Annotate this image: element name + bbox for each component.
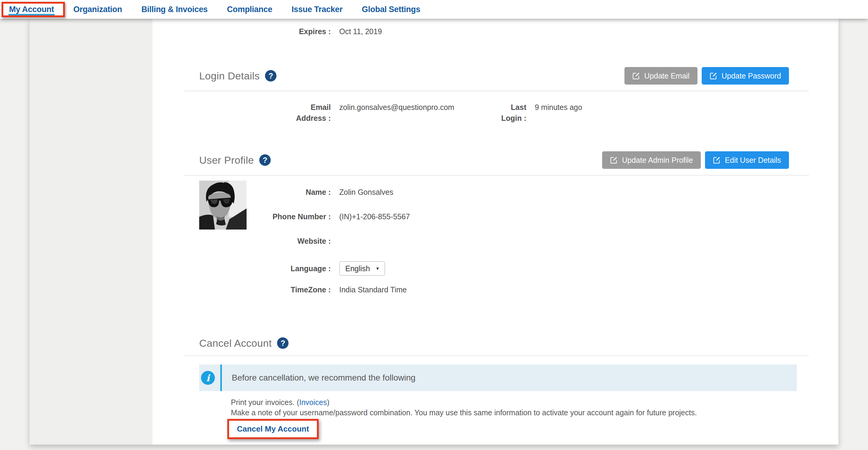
invoices-link[interactable]: Invoices — [299, 398, 327, 407]
login-details-buttons: Update Email Update Password — [624, 67, 789, 85]
update-admin-profile-button-label: Update Admin Profile — [622, 156, 693, 164]
tab-billing-invoices-label: Billing & Invoices — [141, 5, 208, 14]
login-details-fields: Email Address : zolin.gonsalves@question… — [199, 102, 809, 123]
update-password-button-label: Update Password — [722, 71, 781, 80]
timezone-row: TimeZone : India Standard Time — [199, 286, 809, 294]
cancel-account-section: Cancel Account ? i Before cancellation, … — [199, 336, 809, 439]
edit-user-details-button-label: Edit User Details — [725, 156, 781, 164]
active-tab-underline — [8, 14, 55, 16]
email-address-value: zolin.gonsalves@questionpro.com — [339, 102, 482, 113]
tab-billing-invoices[interactable]: Billing & Invoices — [141, 0, 208, 19]
user-profile-section: User Profile ? Update Admin Profile Edit… — [199, 151, 809, 294]
invoices-line-pre: Print your invoices. ( — [231, 398, 299, 407]
user-profile-header: User Profile ? Update Admin Profile Edit… — [199, 151, 809, 169]
website-row: Website : — [199, 237, 809, 245]
account-settings-card: Expires : Oct 11, 2019 Login Details ? U… — [30, 19, 838, 445]
cancellation-recommendations: Print your invoices. (Invoices) Make a n… — [231, 397, 809, 418]
invoices-line-post: ) — [327, 398, 329, 407]
annotation-box-cancel-my-account: Cancel My Account — [227, 419, 319, 439]
edit-icon — [610, 156, 618, 164]
callout-title: Before cancellation, we recommend the fo… — [232, 373, 415, 383]
tab-my-account[interactable]: My Account — [9, 0, 54, 19]
settings-sidebar — [30, 19, 152, 445]
edit-icon — [710, 72, 717, 80]
expires-value: Oct 11, 2019 — [339, 26, 809, 37]
tab-compliance-label: Compliance — [227, 5, 272, 14]
login-details-help-icon[interactable]: ? — [265, 70, 276, 82]
login-details-section: Login Details ? Update Email Update Pass… — [199, 67, 809, 123]
language-dropdown[interactable]: English ▼ — [339, 261, 385, 276]
timezone-label: TimeZone : — [199, 286, 331, 294]
cancel-account-title: Cancel Account — [199, 337, 272, 349]
tab-compliance[interactable]: Compliance — [227, 0, 272, 19]
expires-row: Expires : Oct 11, 2019 — [199, 26, 809, 37]
tab-organization-label: Organization — [73, 5, 122, 14]
info-icon: i — [201, 371, 215, 385]
invoices-line: Print your invoices. (Invoices) — [231, 397, 809, 408]
name-value: Zolin Gonsalves — [339, 188, 809, 197]
cancel-my-account-link[interactable]: Cancel My Account — [237, 424, 309, 433]
section-divider — [184, 355, 809, 356]
update-password-button[interactable]: Update Password — [702, 67, 789, 85]
tab-global-settings-label: Global Settings — [362, 5, 421, 14]
language-dropdown-value: English — [345, 264, 370, 273]
update-admin-profile-button[interactable]: Update Admin Profile — [602, 151, 701, 169]
login-details-title: Login Details — [199, 70, 259, 82]
name-row: Name : Zolin Gonsalves — [199, 188, 809, 197]
language-label: Language : — [199, 264, 331, 273]
website-label: Website : — [199, 237, 331, 245]
edit-icon — [713, 156, 721, 164]
edit-icon — [632, 72, 640, 80]
profile-photo — [199, 181, 247, 230]
user-profile-body: Name : Zolin Gonsalves Phone Number : (I… — [199, 176, 809, 294]
note-line: Make a note of your username/password co… — [231, 408, 809, 418]
tab-issue-tracker-label: Issue Tracker — [291, 5, 343, 14]
phone-value: (IN)+1-206-855-5567 — [339, 212, 809, 221]
section-divider — [184, 91, 809, 91]
cancellation-callout: i Before cancellation, we recommend the … — [199, 364, 797, 391]
language-row: Language : English ▼ — [199, 261, 809, 276]
tab-my-account-label: My Account — [9, 5, 54, 14]
cancel-account-help-icon[interactable]: ? — [277, 337, 288, 349]
cancel-account-header: Cancel Account ? — [199, 336, 809, 350]
user-profile-help-icon[interactable]: ? — [259, 154, 271, 166]
chevron-down-icon: ▼ — [375, 266, 380, 271]
expires-label: Expires : — [199, 26, 331, 37]
account-settings-content: Expires : Oct 11, 2019 Login Details ? U… — [152, 19, 838, 445]
user-profile-title: User Profile — [199, 154, 254, 166]
update-email-button[interactable]: Update Email — [624, 67, 698, 85]
user-profile-buttons: Update Admin Profile Edit User Details — [602, 151, 789, 169]
update-email-button-label: Update Email — [644, 71, 690, 80]
timezone-value: India Standard Time — [339, 286, 809, 294]
login-details-header: Login Details ? Update Email Update Pass… — [199, 67, 809, 85]
tab-issue-tracker[interactable]: Issue Tracker — [291, 0, 343, 19]
email-address-label: Email Address : — [199, 102, 331, 123]
phone-row: Phone Number : (IN)+1-206-855-5567 — [199, 212, 809, 221]
callout-accent-bar — [220, 364, 222, 391]
last-login-value: 9 minutes ago — [535, 102, 809, 113]
top-navbar: My Account Organization Billing & Invoic… — [0, 0, 868, 19]
last-login-label: Last Login : — [490, 102, 526, 123]
tab-global-settings[interactable]: Global Settings — [362, 0, 421, 19]
edit-user-details-button[interactable]: Edit User Details — [705, 151, 789, 169]
tab-organization[interactable]: Organization — [73, 0, 122, 19]
